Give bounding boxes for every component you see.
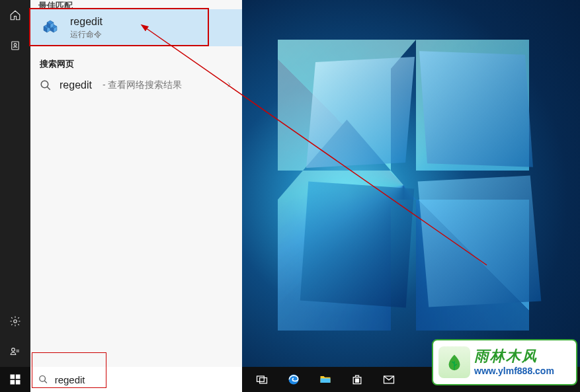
web-result-suffix: - 查看网络搜索结果 [103, 79, 183, 91]
task-view-button[interactable] [246, 367, 278, 392]
svg-rect-12 [260, 378, 267, 383]
regedit-app-icon [40, 17, 61, 38]
web-section-header: 搜索网页 [30, 46, 242, 75]
svg-rect-17 [356, 381, 357, 382]
result-title: regedit [70, 16, 103, 28]
web-search-result[interactable]: regedit - 查看网络搜索结果 [30, 75, 242, 95]
svg-rect-6 [11, 375, 15, 379]
start-button[interactable] [0, 367, 30, 392]
file-explorer-button[interactable] [310, 367, 341, 392]
svg-rect-11 [257, 376, 265, 381]
result-subtitle: 运行命令 [70, 29, 103, 40]
svg-rect-7 [16, 375, 21, 379]
svg-rect-14 [321, 378, 331, 383]
watermark-url: www.ylmf888.com [474, 366, 554, 376]
svg-rect-16 [357, 379, 358, 380]
search-results-panel: 最佳匹配 regedit 运行命令 搜索网页 regedit - 查看网络搜索结… [30, 0, 242, 367]
search-result-regedit[interactable]: regedit 运行命令 [30, 9, 242, 46]
svg-rect-18 [357, 381, 358, 382]
svg-point-3 [12, 348, 15, 352]
watermark-logo-icon [438, 346, 470, 378]
svg-point-10 [40, 375, 46, 381]
svg-point-2 [14, 320, 17, 323]
store-button[interactable] [341, 367, 373, 392]
watermark-badge: 雨林木风 www.ylmf888.com [432, 339, 577, 385]
notebook-icon[interactable] [0, 30, 30, 61]
search-icon [38, 374, 48, 385]
web-result-term: regedit [60, 79, 92, 91]
chevron-right-icon [225, 79, 233, 91]
svg-rect-9 [16, 380, 21, 385]
svg-rect-15 [356, 379, 357, 380]
mail-button[interactable] [373, 367, 405, 392]
svg-point-1 [14, 44, 17, 46]
best-match-header: 最佳匹配 [30, 0, 242, 9]
svg-rect-8 [11, 380, 15, 385]
settings-icon[interactable] [0, 306, 30, 336]
feedback-icon[interactable] [0, 336, 30, 367]
search-input[interactable] [55, 374, 234, 385]
cortana-side-rail [0, 0, 30, 367]
edge-browser-button[interactable] [278, 367, 310, 392]
watermark-brand: 雨林木风 [474, 349, 554, 364]
svg-point-4 [41, 81, 48, 88]
taskbar-search-box[interactable] [30, 367, 242, 392]
home-icon[interactable] [0, 0, 30, 30]
